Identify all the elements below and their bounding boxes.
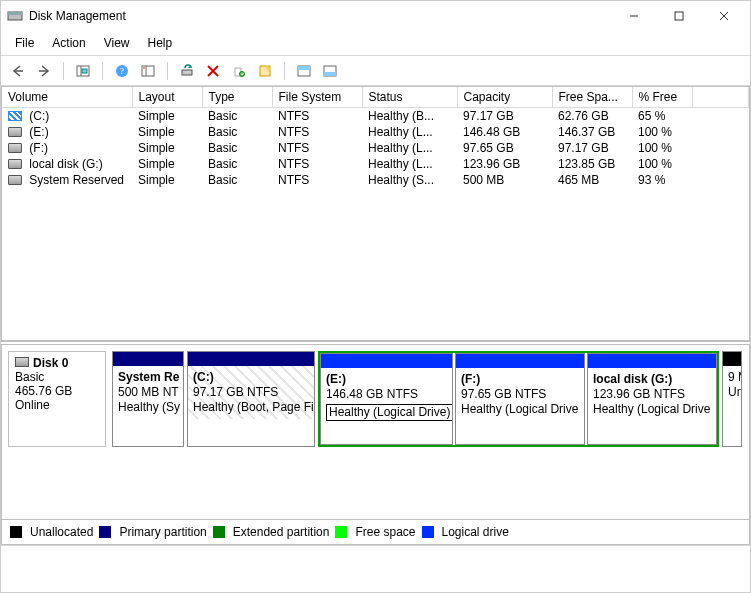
partition-e[interactable]: (E:) 146.48 GB NTFS Healthy (Logical Dri… (320, 353, 453, 445)
svg-text:?: ? (120, 66, 124, 76)
swatch-primary (99, 526, 111, 538)
svg-rect-3 (675, 12, 683, 20)
cell-fs: NTFS (272, 156, 362, 172)
swatch-extended (213, 526, 225, 538)
partition-size: 146.48 GB NTFS (326, 387, 447, 402)
partition-status: Healthy (Logical Drive (461, 402, 579, 417)
partition-header (113, 352, 183, 366)
partition-size: 123.96 GB NTFS (593, 387, 711, 402)
partition-label: local disk (G:) (593, 372, 711, 387)
table-row[interactable]: (F:)SimpleBasicNTFSHealthy (L...97.65 GB… (2, 140, 749, 156)
partition-size: 500 MB NT (118, 385, 178, 400)
back-button[interactable] (7, 60, 29, 82)
svg-rect-8 (82, 69, 87, 73)
col-freespace[interactable]: Free Spa... (552, 87, 632, 108)
properties-button[interactable] (228, 60, 250, 82)
col-volume[interactable]: Volume (2, 87, 132, 108)
disk-name: Disk 0 (33, 356, 68, 370)
disk-row[interactable]: Disk 0 Basic 465.76 GB Online System Re … (2, 345, 749, 453)
cell-free: 146.37 GB (552, 124, 632, 140)
delete-button[interactable] (202, 60, 224, 82)
partition-header (321, 354, 452, 368)
cell-type: Basic (202, 108, 272, 125)
show-hide-console-tree-button[interactable] (72, 60, 94, 82)
svg-rect-1 (8, 12, 22, 15)
table-row[interactable]: (E:)SimpleBasicNTFSHealthy (L...146.48 G… (2, 124, 749, 140)
cell-free: 97.17 GB (552, 140, 632, 156)
disk-type: Basic (15, 370, 99, 384)
view-bottom-button[interactable] (319, 60, 341, 82)
legend-logical: Logical drive (442, 525, 509, 539)
cell-layout: Simple (132, 140, 202, 156)
disk-size: 465.76 GB (15, 384, 99, 398)
col-filesystem[interactable]: File System (272, 87, 362, 108)
minimize-button[interactable] (611, 2, 656, 30)
cell-capacity: 146.48 GB (457, 124, 552, 140)
forward-button[interactable] (33, 60, 55, 82)
menu-help[interactable]: Help (140, 33, 181, 53)
partition-unallocated[interactable]: 9 M Un (722, 351, 742, 447)
volume-name: (C:) (26, 109, 49, 123)
new-button[interactable] (254, 60, 276, 82)
col-status[interactable]: Status (362, 87, 457, 108)
volume-name: System Reserved (26, 173, 124, 187)
svg-rect-13 (143, 67, 145, 69)
volume-name: local disk (G:) (26, 157, 103, 171)
partition-label: (E:) (326, 372, 447, 387)
swatch-free (335, 526, 347, 538)
close-button[interactable] (701, 2, 746, 30)
partition-system-reserved[interactable]: System Re 500 MB NT Healthy (Sy (112, 351, 184, 447)
cell-pct: 93 % (632, 172, 692, 188)
col-capacity[interactable]: Capacity (457, 87, 552, 108)
partition-label: (F:) (461, 372, 579, 387)
partition-c[interactable]: (C:) 97.17 GB NTFS Healthy (Boot, Page F… (187, 351, 315, 447)
volume-icon (8, 111, 22, 121)
cell-free: 465 MB (552, 172, 632, 188)
cell-capacity: 97.17 GB (457, 108, 552, 125)
disk-info-panel[interactable]: Disk 0 Basic 465.76 GB Online (8, 351, 106, 447)
cell-status: Healthy (S... (362, 172, 457, 188)
menu-bar: File Action View Help (1, 31, 750, 56)
disk-partitions: System Re 500 MB NT Healthy (Sy (C:) 97.… (112, 351, 743, 447)
menu-action[interactable]: Action (44, 33, 93, 53)
partition-status: Un (728, 385, 736, 400)
cell-layout: Simple (132, 108, 202, 125)
menu-file[interactable]: File (7, 33, 42, 53)
legend-primary: Primary partition (119, 525, 206, 539)
cell-pct: 100 % (632, 156, 692, 172)
refresh-button[interactable] (176, 60, 198, 82)
volume-icon (8, 175, 22, 185)
svg-point-17 (240, 71, 245, 76)
legend-unallocated: Unallocated (30, 525, 93, 539)
table-row[interactable]: System ReservedSimpleBasicNTFSHealthy (S… (2, 172, 749, 188)
table-row[interactable]: (C:)SimpleBasicNTFSHealthy (B...97.17 GB… (2, 108, 749, 125)
swatch-logical (422, 526, 434, 538)
cell-fs: NTFS (272, 172, 362, 188)
title-bar: Disk Management (1, 1, 750, 31)
partition-label: (C:) (193, 370, 309, 385)
menu-view[interactable]: View (96, 33, 138, 53)
maximize-button[interactable] (656, 2, 701, 30)
extended-partition-group: (E:) 146.48 GB NTFS Healthy (Logical Dri… (318, 351, 719, 447)
col-pctfree[interactable]: % Free (632, 87, 692, 108)
volume-list[interactable]: Volume Layout Type File System Status Ca… (1, 86, 750, 341)
view-top-button[interactable] (293, 60, 315, 82)
partition-f[interactable]: (F:) 97.65 GB NTFS Healthy (Logical Driv… (455, 353, 585, 445)
cell-pct: 100 % (632, 124, 692, 140)
table-row[interactable]: local disk (G:)SimpleBasicNTFSHealthy (L… (2, 156, 749, 172)
status-bar (1, 545, 750, 565)
help-button[interactable]: ? (111, 60, 133, 82)
cell-status: Healthy (L... (362, 124, 457, 140)
disk-icon (15, 357, 29, 367)
cell-type: Basic (202, 140, 272, 156)
partition-header (723, 352, 741, 366)
settings-button[interactable] (137, 60, 159, 82)
cell-type: Basic (202, 156, 272, 172)
partition-size: 97.65 GB NTFS (461, 387, 579, 402)
cell-pct: 65 % (632, 108, 692, 125)
col-type[interactable]: Type (202, 87, 272, 108)
col-layout[interactable]: Layout (132, 87, 202, 108)
partition-g[interactable]: local disk (G:) 123.96 GB NTFS Healthy (… (587, 353, 717, 445)
partition-status: Healthy (Logical Drive) (326, 404, 452, 421)
cell-type: Basic (202, 124, 272, 140)
